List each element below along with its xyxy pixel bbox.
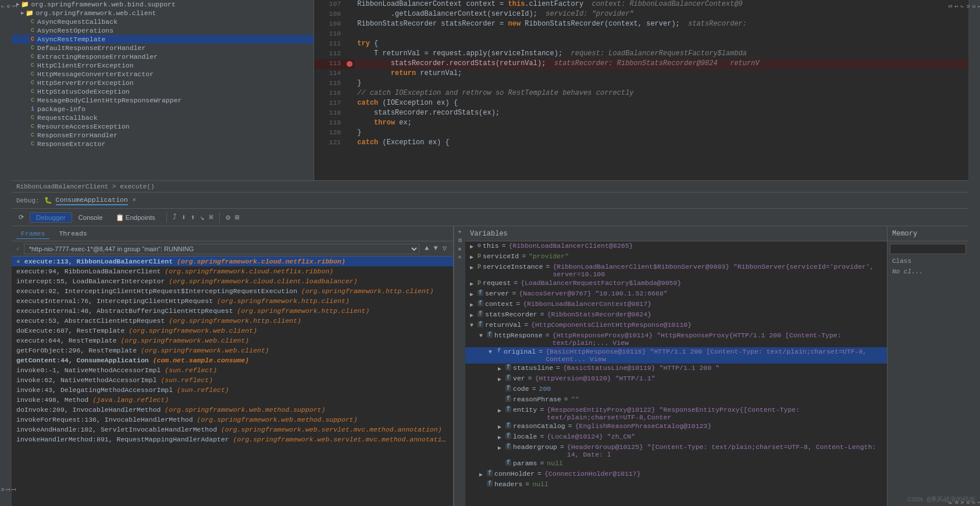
tree-item-extracting-error[interactable]: C ExtractingResponseErrorHandler xyxy=(12,52,313,61)
step-over-icon[interactable]: ⤴ xyxy=(172,212,178,223)
var-reason-catalog[interactable]: ▶ f reasonCatalog = {EnglishReasonPhrase… xyxy=(465,422,887,432)
variables-body: ▶ ⊙ this = {RibbonLoadBalancerClient@826… xyxy=(465,241,887,506)
frame-item-invoke-for-request[interactable]: invokeForRequest:136, InvocableHandlerMe… xyxy=(12,415,453,425)
thread-up-icon[interactable]: ▲ xyxy=(423,244,430,254)
frame-item-invoke-handler-method[interactable]: invokeHandlerMethod:891, RequestMappingH… xyxy=(12,434,453,444)
frame-item-invoke-43[interactable]: invoke:43, DelegatingMethodAccessorImpl … xyxy=(12,385,453,395)
field-icon-returnval: f xyxy=(477,321,483,327)
tree-item-async-ops[interactable]: C AsyncRestOperations xyxy=(12,26,313,35)
thread-filter-icon[interactable]: ▽ xyxy=(441,244,448,254)
debug-header: Debug: 🐛 ConsumeApplication × xyxy=(12,193,968,209)
frame-item-execute-internal-48[interactable]: executeInternal:48, AbstractBufferingCli… xyxy=(12,306,453,316)
var-original[interactable]: ▼ f original = {BasicHttpResponse@10116}… xyxy=(465,347,887,364)
frames-tab[interactable]: Frames xyxy=(16,229,49,239)
tree-item-resource-access[interactable]: C ResourceAccessException xyxy=(12,122,313,131)
var-conn-holder[interactable]: ▶ f connHolder = {ConnectionHolder@10117… xyxy=(465,469,887,480)
memory-search-input[interactable] xyxy=(890,244,966,254)
frame-item-invoke-498[interactable]: invoke:498, Method (java.lang.reflect) xyxy=(12,395,453,405)
step-into-icon[interactable]: ⬇ xyxy=(180,212,187,223)
tree-item-async-callback[interactable]: C AsyncRequestCallback xyxy=(12,17,313,26)
code-line-114: 114 return returnVal; xyxy=(314,69,968,79)
debugger-tab[interactable]: Debugger xyxy=(30,212,72,223)
structure-label[interactable]: Structure xyxy=(947,2,980,10)
var-http-response[interactable]: ▼ f httpResponse = {HttpResponseProxy@10… xyxy=(465,331,887,347)
frame-item-intercept[interactable]: intercept:55, LoadBalancerInterceptor (o… xyxy=(12,276,453,286)
var-locale[interactable]: ▶ f locale = {Locale@10124} "zh_CN" xyxy=(465,432,887,443)
var-this[interactable]: ▶ ⊙ this = {RibbonLoadBalancerClient@826… xyxy=(465,241,887,252)
folder-icon: 📁 xyxy=(21,1,29,8)
tree-item-http-client-error[interactable]: C HttpClientErrorException xyxy=(12,61,313,70)
var-service-instance[interactable]: ▶ p serviceInstance = {RibbonLoadBalance… xyxy=(465,262,887,279)
breakpoint-marker xyxy=(347,61,352,67)
var-statusline[interactable]: ▶ f statusline = {BasicStatusLine@10119}… xyxy=(465,364,887,374)
var-context[interactable]: ▶ f context = {RibbonLoadBalancerContext… xyxy=(465,300,887,310)
var-code[interactable]: f code = 200 xyxy=(465,384,887,395)
breadcrumb: RibbonLoadBalancerClient > execute() xyxy=(12,180,968,192)
step-out-icon[interactable]: ⬆ xyxy=(190,212,197,223)
tree-item-http-converter[interactable]: C HttpMessageConverterExtractor xyxy=(12,70,313,79)
tree-item-package-info[interactable]: i package-info xyxy=(12,105,313,113)
var-stats-recorder[interactable]: ▶ f statsRecorder = {RibbonStatsRecorder… xyxy=(465,310,887,320)
frame-item-invoke-and-handle[interactable]: invokeAndHandle:102, ServletInvocableHan… xyxy=(12,425,453,434)
restart-button[interactable]: ⟳ xyxy=(15,212,27,222)
watermark: CSDN @乘风破浪的码农 xyxy=(907,495,975,504)
debug-toolbar: ⟳ Debugger Console 📋 Endpoints ⤴ ⬇ ⬆ ↘ ⌘… xyxy=(12,209,968,226)
tree-item-response-error-handler[interactable]: C ResponseErrorHandler xyxy=(12,131,313,140)
frame-item-execute-94[interactable]: execute:94, RibbonLoadBalancerClient (or… xyxy=(12,266,453,276)
copy-icon[interactable]: ⧉ xyxy=(458,238,462,244)
tree-item-web-client[interactable]: ▶ 📁 org.springframework.web.client xyxy=(12,9,313,17)
options-icon[interactable]: ≡ xyxy=(458,255,461,261)
tree-item-bind-support[interactable]: ▶ 📁 org.springframework.web.bind.support xyxy=(12,0,313,9)
field-icon-locale: f xyxy=(505,433,511,439)
code-line-119: 119 throw ex; xyxy=(314,119,968,129)
var-params[interactable]: f params = null xyxy=(465,459,887,469)
memory-search xyxy=(888,241,968,256)
field-icon-params: f xyxy=(505,459,511,466)
var-headers[interactable]: f headers = null xyxy=(465,480,887,490)
frame-item-execute-644[interactable]: execute:644, RestTemplate (org.springfra… xyxy=(12,336,453,345)
debug-app-tab[interactable]: ConsumeApplication xyxy=(56,196,128,205)
tree-item-response-extractor[interactable]: C ResponseExtractor xyxy=(12,140,313,148)
var-request[interactable]: ▶ p request = {LoadBalancerRequestFactor… xyxy=(465,279,887,289)
frame-item-get-for-object[interactable]: getForObject:296, RestTemplate (org.spri… xyxy=(12,345,453,355)
tree-item-default-error[interactable]: C DefaultResponseErrorHandler xyxy=(12,44,313,52)
frame-item-do-execute[interactable]: doExecute:687, RestTemplate (org.springf… xyxy=(12,326,453,336)
main-content: ▶ 📁 org.springframework.web.bind.support… xyxy=(12,0,968,506)
tree-item-http-status-code[interactable]: C HttpStatusCodeException xyxy=(12,87,313,96)
tree-item-async-template[interactable]: C AsyncRestTemplate xyxy=(12,35,313,44)
frame-item-execute-53[interactable]: execute:53, AbstractClientHttpRequest (o… xyxy=(12,316,453,326)
project-icon[interactable]: Proj xyxy=(0,2,19,10)
tree-item-message-body[interactable]: C MessageBodyClientHttpResponseWrapper xyxy=(12,96,313,105)
frame-item-execute-113[interactable]: ● execute:113, RibbonLoadBalancerClient … xyxy=(12,256,453,266)
frame-item-invoke-62[interactable]: invoke:62, NativeMethodAccessorImpl (sun… xyxy=(12,375,453,385)
frame-item-execute-internal-76[interactable]: executeInternal:76, InterceptingClientHt… xyxy=(12,296,453,306)
frame-item-get-content[interactable]: getContent:44, ConsumeApplication (com.n… xyxy=(12,355,453,365)
var-reason-phrase[interactable]: f reasonPhrase = "" xyxy=(465,395,887,405)
console-tab[interactable]: Console xyxy=(72,212,109,223)
debug-close-icon[interactable]: × xyxy=(133,197,136,204)
thread-dropdown[interactable]: *http-nio-7777-exec-1*@8,447 in group "m… xyxy=(24,244,420,254)
add-watch-icon[interactable]: + xyxy=(458,229,462,236)
run-cursor-icon[interactable]: ↘ xyxy=(199,212,206,223)
var-entity[interactable]: ▶ f entity = {ResponseEntityProxy@10122}… xyxy=(465,405,887,422)
var-headergroup[interactable]: ▶ f headergroup = {HeaderGroup@10125} "[… xyxy=(465,443,887,459)
frame-item-invoke0[interactable]: invoke0:-1, NativeMethodAccessorImpl (su… xyxy=(12,365,453,375)
tree-item-request-callback[interactable]: C RequestCallback xyxy=(12,113,313,122)
layout-icon[interactable]: ⊞ xyxy=(234,212,241,223)
var-service-id[interactable]: ▶ p serviceId = "provider" xyxy=(465,252,887,262)
code-line-109: 109 RibbonStatsRecorder statsRecorder = … xyxy=(314,20,968,30)
field-icon-context: f xyxy=(477,300,483,307)
var-return-val[interactable]: ▼ f returnVal = {HttpComponentsClientHtt… xyxy=(465,320,887,331)
var-ver[interactable]: ▶ f ver = {HttpVersion@10120} "HTTP/1.1" xyxy=(465,374,887,384)
settings-icon[interactable]: ⚙ xyxy=(224,212,231,223)
endpoints-tab[interactable]: 📋 Endpoints xyxy=(109,212,162,223)
var-server[interactable]: ▶ f server = {NacosServer@9767} "10.100.… xyxy=(465,289,887,300)
pull-requests-icon[interactable]: Pull xyxy=(0,486,19,493)
threads-tab[interactable]: Threads xyxy=(54,229,91,238)
expand-icon[interactable]: ⊕ xyxy=(458,246,461,252)
tree-item-http-server-error[interactable]: C HttpServerErrorException xyxy=(12,79,313,87)
frame-item-do-invoke[interactable]: doInvoke:209, InvocableHandlerMethod (or… xyxy=(12,405,453,415)
evaluate-icon[interactable]: ⌘ xyxy=(208,212,215,223)
thread-down-icon[interactable]: ▼ xyxy=(432,244,440,254)
frame-item-execute-92[interactable]: execute:92, InterceptingClientHttpReques… xyxy=(12,286,453,296)
